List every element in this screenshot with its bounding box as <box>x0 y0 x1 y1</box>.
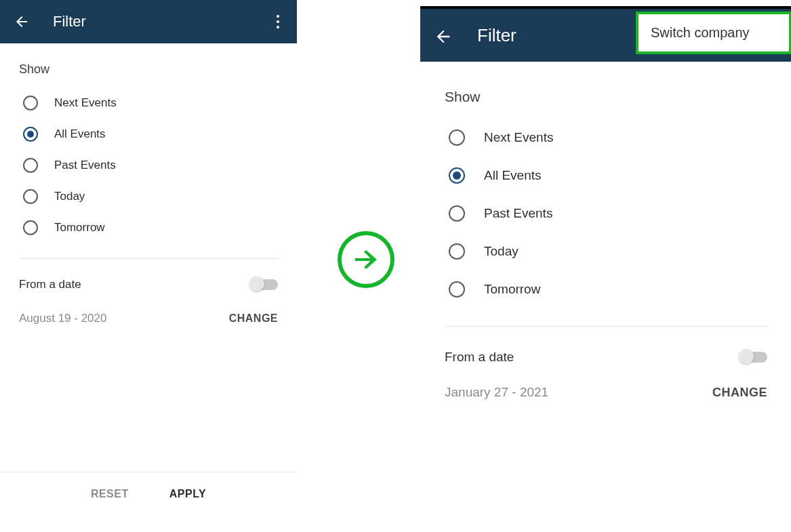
from-date-label: From a date <box>445 350 514 365</box>
radio-icon <box>23 189 38 204</box>
radio-icon <box>23 220 38 235</box>
radio-label: Today <box>54 190 85 203</box>
overflow-menu-icon[interactable] <box>271 9 285 34</box>
radio-option[interactable]: Next Events <box>445 119 767 157</box>
radio-option[interactable]: Today <box>445 232 767 270</box>
toggle-thumb <box>739 349 754 364</box>
radio-label: All Events <box>54 127 106 141</box>
radio-label: Tomorrow <box>484 282 540 297</box>
back-arrow-icon[interactable] <box>14 14 30 30</box>
date-text: January 27 - 2021 <box>445 385 548 400</box>
filter-screen-before: Filter Show Next EventsAll EventsPast Ev… <box>0 0 297 515</box>
content-area: Show Next EventsAll EventsPast EventsTod… <box>0 43 297 325</box>
radio-label: Next Events <box>484 130 553 145</box>
date-text: August 19 - 2020 <box>19 312 106 325</box>
from-date-toggle[interactable] <box>740 352 767 363</box>
radio-label: All Events <box>484 168 541 183</box>
radio-option[interactable]: All Events <box>19 119 278 150</box>
radio-option[interactable]: Tomorrow <box>19 212 278 243</box>
divider <box>19 258 278 259</box>
from-date-row: From a date <box>445 350 767 365</box>
radio-icon <box>23 96 38 110</box>
change-button[interactable]: CHANGE <box>229 312 278 325</box>
appbar-title: Filter <box>53 13 86 30</box>
radio-icon <box>449 129 465 146</box>
radio-icon <box>23 158 38 173</box>
reset-button[interactable]: RESET <box>91 488 129 500</box>
section-show-label: Show <box>445 89 767 105</box>
radio-icon <box>449 167 465 184</box>
content-area: Show Next EventsAll EventsPast EventsTod… <box>420 62 791 400</box>
radio-option[interactable]: Past Events <box>19 150 278 181</box>
change-button[interactable]: CHANGE <box>712 386 767 400</box>
radio-label: Past Events <box>484 206 552 221</box>
radio-icon <box>23 127 38 142</box>
app-bar: Filter <box>0 0 297 43</box>
date-row: August 19 - 2020 CHANGE <box>19 312 278 325</box>
apply-button[interactable]: APPLY <box>169 488 206 500</box>
transition-arrow-icon <box>338 231 394 288</box>
radio-icon <box>449 205 465 222</box>
back-arrow-icon[interactable] <box>434 27 450 43</box>
radio-option[interactable]: All Events <box>445 157 767 195</box>
date-row: January 27 - 2021 CHANGE <box>445 385 767 400</box>
toggle-thumb <box>249 277 264 291</box>
appbar-title: Filter <box>477 25 516 46</box>
from-date-toggle[interactable] <box>251 279 278 290</box>
radio-icon <box>449 281 465 298</box>
radio-option[interactable]: Next Events <box>19 87 278 119</box>
app-bar: Filter Switch company <box>420 9 791 62</box>
radio-icon <box>449 243 465 260</box>
radio-label: Past Events <box>54 159 116 172</box>
radio-option[interactable]: Past Events <box>445 195 767 232</box>
radio-label: Next Events <box>54 96 117 110</box>
filter-screen-after: Filter Switch company Show Next EventsAl… <box>420 6 791 501</box>
switch-company-menu-item[interactable]: Switch company <box>636 12 791 54</box>
radio-option[interactable]: Today <box>19 181 278 212</box>
bottom-action-bar: RESET APPLY <box>0 472 297 515</box>
section-show-label: Show <box>19 62 278 77</box>
divider <box>445 326 767 327</box>
radio-label: Today <box>484 244 519 259</box>
from-date-label: From a date <box>19 278 81 291</box>
radio-label: Tomorrow <box>54 221 105 234</box>
from-date-row: From a date <box>19 278 278 291</box>
radio-option[interactable]: Tomorrow <box>445 270 767 308</box>
